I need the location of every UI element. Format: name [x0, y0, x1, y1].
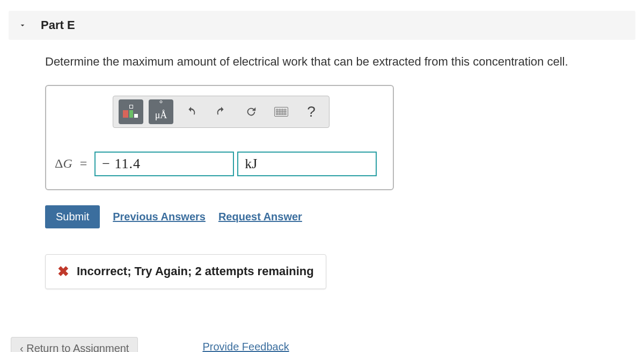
submit-button[interactable]: Submit [45, 205, 100, 228]
request-answer-link[interactable]: Request Answer [218, 211, 302, 223]
incorrect-icon: ✖ [57, 263, 69, 280]
action-row: Submit Previous Answers Request Answer [45, 205, 635, 228]
equals-sign: = [80, 156, 92, 171]
collapse-caret-icon[interactable] [18, 21, 27, 30]
answer-row: ΔG = − 11.4 kJ [54, 152, 385, 176]
reset-button[interactable] [239, 99, 264, 124]
unit-input[interactable]: kJ [237, 152, 377, 176]
help-button[interactable]: ? [299, 99, 324, 124]
answer-container: μÅ ? ΔG = − 11.4 kJ [45, 85, 394, 190]
redo-button[interactable] [209, 99, 233, 124]
equation-toolbar: μÅ ? [113, 96, 330, 128]
special-chars-button[interactable]: μÅ [149, 99, 173, 124]
undo-button[interactable] [179, 99, 203, 124]
value-input[interactable]: − 11.4 [94, 152, 234, 176]
variable-label: ΔG [54, 156, 77, 171]
templates-button[interactable] [119, 99, 143, 124]
question-prompt: Determine the maximum amount of electric… [45, 54, 635, 70]
keyboard-button[interactable] [269, 99, 294, 124]
part-title: Part E [41, 18, 75, 32]
previous-answers-link[interactable]: Previous Answers [113, 211, 206, 223]
keyboard-icon [274, 107, 288, 117]
part-header[interactable]: Part E [9, 11, 635, 40]
feedback-box: ✖ Incorrect; Try Again; 2 attempts remai… [45, 254, 326, 289]
special-chars-label: μÅ [155, 110, 167, 121]
feedback-text: Incorrect; Try Again; 2 attempts remaini… [77, 264, 314, 278]
